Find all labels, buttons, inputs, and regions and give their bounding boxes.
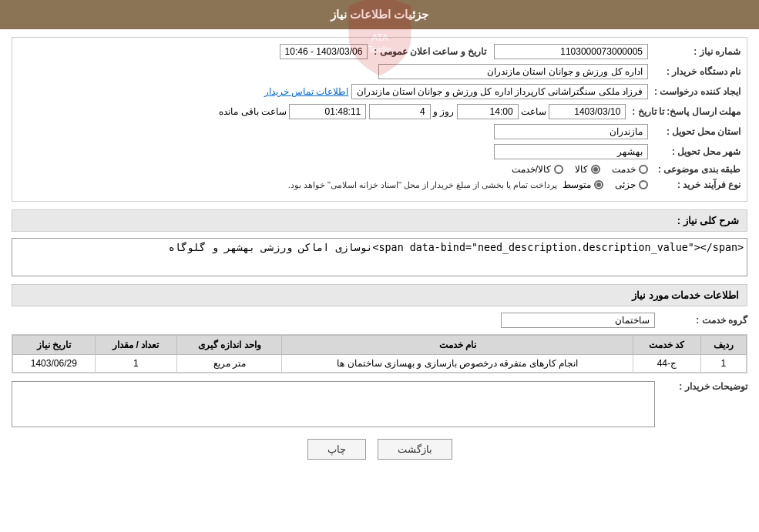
requester-label: ایجاد کننده درخواست : bbox=[648, 86, 741, 97]
deadline-time-label: ساعت bbox=[521, 106, 546, 117]
services-title-text: اطلاعات خدمات مورد نیاز bbox=[632, 289, 739, 301]
row-deadline: مهلت ارسال پاسخ: تا تاریخ : 1403/03/10 س… bbox=[18, 104, 741, 119]
purchase-type-option-jozi[interactable]: جزئی bbox=[615, 179, 648, 190]
radio-kala-circle bbox=[591, 165, 600, 174]
requester-value: فرزاد ملکی سنگتراشانی کارپرداز اداره کل … bbox=[351, 84, 648, 99]
purchase-type-radio-group: جزئی متوسط bbox=[563, 179, 648, 190]
services-table-container: ردیف کد خدمت نام خدمت واحد اندازه گیری ت… bbox=[12, 334, 747, 373]
deadline-label: مهلت ارسال پاسخ: تا تاریخ : bbox=[626, 106, 741, 117]
row-buyer-org: نام دستگاه خریدار : اداره کل ورزش و جوان… bbox=[18, 64, 741, 79]
category-option-kala[interactable]: کالا bbox=[575, 164, 600, 175]
deadline-remaining: 01:48:11 bbox=[289, 104, 366, 119]
buyer-org-label: نام دستگاه خریدار : bbox=[648, 66, 741, 77]
row-need-number: شماره نیاز : 1103000073000005 تاریخ و سا… bbox=[18, 44, 741, 59]
row-city: شهر محل تحویل : بهشهر bbox=[18, 144, 741, 159]
row-purchase-type: نوع فرآیند خرید : جزئی متوسط پرداخت تمام… bbox=[18, 179, 741, 190]
buyer-notes-label: توضیحات خریدار : bbox=[655, 381, 747, 392]
row-province: استان محل تحویل : مازندران bbox=[18, 124, 741, 139]
category-radio-group: خدمت کالا کالا/خدمت bbox=[512, 164, 648, 175]
row-requester: ایجاد کننده درخواست : فرزاد ملکی سنگتراش… bbox=[18, 84, 741, 99]
buyer-notes-section: توضیحات خریدار : bbox=[12, 381, 747, 427]
buyer-notes-textarea[interactable] bbox=[12, 381, 655, 427]
col-name: نام خدمت bbox=[282, 336, 633, 355]
radio-khadamat-circle bbox=[639, 165, 648, 174]
radio-khadamat-label: خدمت bbox=[612, 164, 636, 175]
radio-jozi-label: جزئی bbox=[615, 179, 636, 190]
date-label: تاریخ و ساعت اعلان عمومی : bbox=[368, 46, 486, 57]
delivery-province-value: مازندران bbox=[494, 124, 648, 139]
date-value: 1403/03/06 - 10:46 bbox=[280, 44, 368, 59]
need-number-label: شماره نیاز : bbox=[648, 46, 741, 57]
services-table: ردیف کد خدمت نام خدمت واحد اندازه گیری ت… bbox=[12, 335, 747, 373]
group-row: گروه خدمت : ساختمان bbox=[12, 313, 747, 328]
deadline-date: 1403/03/10 bbox=[549, 104, 626, 119]
purchase-type-option-motavasset[interactable]: متوسط bbox=[563, 179, 603, 190]
col-date: تاریخ نیاز bbox=[13, 336, 96, 355]
cell-name: انجام کارهای متفرقه درخصوص بازسازی و بهس… bbox=[282, 355, 633, 373]
need-description-textarea[interactable]: <span data-bind="need_description.descri… bbox=[12, 238, 747, 276]
category-option-kala-khadamat[interactable]: کالا/خدمت bbox=[512, 164, 563, 175]
page-header: جزئیات اطلاعات نیاز bbox=[0, 0, 759, 29]
col-code: کد خدمت bbox=[633, 336, 701, 355]
buyer-org-value: اداره کل ورزش و جوانان استان مازندران bbox=[378, 64, 648, 79]
col-quantity: تعداد / مقدار bbox=[95, 336, 176, 355]
delivery-city-label: شهر محل تحویل : bbox=[648, 146, 741, 157]
radio-jozi-circle bbox=[639, 180, 648, 189]
print-button[interactable]: چاپ bbox=[307, 439, 366, 460]
row-category: طبقه بندی موضوعی : خدمت کالا کالا/خدمت bbox=[18, 164, 741, 175]
cell-row: 1 bbox=[700, 355, 746, 373]
col-row: ردیف bbox=[700, 336, 746, 355]
table-row: 1 ج-44 انجام کارهای متفرقه درخصوص بازساز… bbox=[13, 355, 747, 373]
deadline-days-label: روز و bbox=[433, 106, 454, 117]
group-label: گروه خدمت : bbox=[655, 315, 747, 326]
radio-kala-khadamat-circle bbox=[554, 165, 563, 174]
deadline-time: 14:00 bbox=[457, 104, 519, 119]
purchase-note: پرداخت تمام یا بخشی از مبلغ خریدار از مح… bbox=[288, 180, 558, 190]
need-description-title-text: شرح کلی نیاز : bbox=[677, 215, 739, 226]
contact-link[interactable]: اطلاعات تماس خریدار bbox=[264, 86, 349, 97]
cell-unit: متر مربع bbox=[177, 355, 282, 373]
purchase-type-label: نوع فرآیند خرید : bbox=[648, 179, 741, 190]
cell-code: ج-44 bbox=[633, 355, 701, 373]
radio-kala-khadamat-label: کالا/خدمت bbox=[512, 164, 551, 175]
services-title: اطلاعات خدمات مورد نیاز bbox=[12, 284, 747, 306]
page-wrapper: جزئیات اطلاعات نیاز ATA Tender شماره نیا… bbox=[0, 0, 759, 532]
main-content: ATA Tender شماره نیاز : 1103000073000005… bbox=[0, 29, 759, 479]
bottom-buttons: بازگشت چاپ bbox=[12, 439, 747, 460]
delivery-city-value: بهشهر bbox=[494, 144, 648, 159]
group-value: ساختمان bbox=[501, 313, 655, 328]
radio-motavasset-label: متوسط bbox=[563, 179, 591, 190]
services-section: اطلاعات خدمات مورد نیاز گروه خدمت : ساخت… bbox=[12, 284, 747, 373]
info-section: شماره نیاز : 1103000073000005 تاریخ و سا… bbox=[12, 37, 747, 202]
deadline-remaining-label: ساعت باقی مانده bbox=[219, 106, 287, 117]
radio-kala-label: کالا bbox=[575, 164, 588, 175]
page-title: جزئیات اطلاعات نیاز bbox=[331, 8, 428, 21]
need-description-title: شرح کلی نیاز : bbox=[12, 209, 747, 232]
need-number-value: 1103000073000005 bbox=[494, 44, 648, 59]
delivery-province-label: استان محل تحویل : bbox=[648, 126, 741, 137]
category-label: طبقه بندی موضوعی : bbox=[648, 164, 741, 175]
category-option-khadamat[interactable]: خدمت bbox=[612, 164, 648, 175]
need-description-section: شرح کلی نیاز : <span data-bind="need_des… bbox=[12, 209, 747, 276]
back-button[interactable]: بازگشت bbox=[378, 439, 452, 460]
radio-motavasset-circle bbox=[594, 180, 603, 189]
col-unit: واحد اندازه گیری bbox=[177, 336, 282, 355]
deadline-days: 4 bbox=[369, 104, 431, 119]
cell-quantity: 1 bbox=[95, 355, 176, 373]
cell-date: 1403/06/29 bbox=[13, 355, 96, 373]
